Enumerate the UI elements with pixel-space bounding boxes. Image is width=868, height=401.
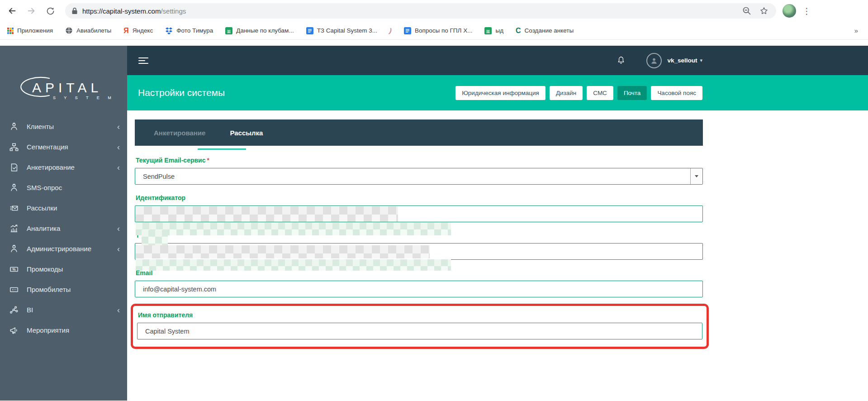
sheets-icon bbox=[225, 27, 232, 34]
megaphone-icon bbox=[9, 325, 19, 335]
promocode-icon: % bbox=[9, 264, 19, 274]
sidebar-item-bi[interactable]: BI ‹ bbox=[0, 300, 127, 320]
bookmark-dannye-po-klubam[interactable]: Данные по клубам... bbox=[225, 27, 294, 34]
address-bar[interactable]: https://capital-system.com/settings bbox=[65, 3, 776, 19]
page-title: Настройки системы bbox=[138, 87, 225, 98]
c-logo-icon: C bbox=[516, 27, 521, 35]
sidebar-item-label: Клиенты bbox=[27, 123, 54, 130]
globe-icon bbox=[65, 27, 73, 34]
apps-grid-icon bbox=[7, 28, 14, 34]
email-value: info@capital-system.com bbox=[143, 286, 216, 293]
design-button[interactable]: Дизайн bbox=[550, 86, 583, 100]
tab-mailing[interactable]: Рассылка bbox=[225, 129, 267, 137]
sidebar-item-surveys[interactable]: Анкетирование ‹ bbox=[0, 157, 127, 177]
red-annotation-box: Имя отправителя Capital System bbox=[131, 304, 709, 349]
identifier-input[interactable] bbox=[135, 205, 703, 222]
sidebar-item-mailings[interactable]: Рассылки bbox=[0, 198, 127, 218]
mail-settings-tabbar: Анкетирование Рассылка bbox=[135, 119, 703, 146]
bookmark-label: Данные по клубам... bbox=[236, 27, 294, 34]
person-icon bbox=[9, 183, 19, 193]
bookmark-label: Фото Тимура bbox=[176, 27, 213, 34]
chevron-left-icon: ‹ bbox=[117, 245, 120, 253]
sidebar-item-administration[interactable]: Администрирование ‹ bbox=[0, 239, 127, 259]
sidebar-menu: Клиенты ‹ Сегментация ‹ Анкетирование ‹ … bbox=[0, 116, 127, 340]
identifier-label: Идентификатор bbox=[136, 194, 703, 201]
url-text: https://capital-system.com/settings bbox=[82, 7, 186, 15]
mailing-icon bbox=[9, 203, 19, 213]
zoom-out-icon[interactable] bbox=[741, 5, 753, 17]
bookmark-label: Приложения bbox=[17, 27, 53, 34]
sidebar-item-analytics[interactable]: Аналитика ‹ bbox=[0, 218, 127, 239]
sidebar-item-clients[interactable]: Клиенты ‹ bbox=[0, 116, 127, 137]
redacted-value-blur bbox=[136, 206, 398, 222]
bookmark-tz-capital-system[interactable]: ТЗ Capital System 3... bbox=[306, 27, 377, 34]
browser-toolbar: https://capital-system.com/settings ⋮ bbox=[0, 0, 868, 22]
browser-menu-icon[interactable]: ⋮ bbox=[802, 6, 811, 16]
chevron-left-icon: ‹ bbox=[117, 143, 120, 151]
back-icon[interactable] bbox=[6, 5, 18, 17]
token-input[interactable] bbox=[135, 243, 703, 260]
required-asterisk: * bbox=[207, 157, 209, 164]
bookmark-label: ТЗ Capital System 3... bbox=[317, 27, 377, 34]
sidebar-item-label: Администрирование bbox=[27, 245, 91, 253]
tab-surveys[interactable]: Анкетирование bbox=[149, 129, 210, 137]
sidebar-item-events[interactable]: Мероприятия bbox=[0, 320, 127, 340]
svg-text:S Y S T E M: S Y S T E M bbox=[53, 95, 114, 100]
bookmark-label: ыд bbox=[495, 27, 503, 34]
redacted-value-blur bbox=[136, 259, 451, 271]
bookmarks-overflow-chevron[interactable]: » bbox=[854, 27, 858, 34]
bookmark-favicon-only[interactable]: ) bbox=[389, 27, 392, 34]
nodes-icon bbox=[9, 305, 19, 315]
header-button-group: Юридическая информация Дизайн СМС Почта … bbox=[455, 86, 702, 100]
sidebar-item-sms-survey[interactable]: SMS-опрос bbox=[0, 177, 127, 198]
segmentation-icon bbox=[9, 142, 19, 152]
curl-favicon: ) bbox=[388, 27, 393, 35]
browser-profile-avatar[interactable] bbox=[783, 4, 796, 18]
person-icon bbox=[9, 122, 19, 132]
forward-icon[interactable] bbox=[25, 5, 37, 17]
bookmark-sozdanie-ankety[interactable]: C Создание анкеты bbox=[516, 27, 574, 35]
ticket-icon bbox=[9, 285, 19, 295]
svg-text:APITAL: APITAL bbox=[32, 80, 102, 95]
svg-text:%: % bbox=[12, 267, 16, 272]
sidebar-item-segmentation[interactable]: Сегментация ‹ bbox=[0, 137, 127, 157]
bookmark-label: Вопросы по ГПЛ Х... bbox=[415, 27, 473, 34]
bookmark-star-icon[interactable] bbox=[758, 5, 770, 17]
person-icon bbox=[9, 244, 19, 254]
hamburger-menu-icon[interactable] bbox=[138, 57, 148, 64]
docs-icon bbox=[404, 27, 411, 34]
chevron-left-icon: ‹ bbox=[117, 306, 120, 314]
capital-logo[interactable]: APITAL S Y S T E M bbox=[14, 73, 114, 101]
bookmark-yd[interactable]: ыд bbox=[484, 27, 503, 34]
bookmark-aviabilety[interactable]: Авиабилеты bbox=[65, 27, 111, 34]
bookmark-foto-timura[interactable]: Фото Тимура bbox=[165, 27, 213, 34]
mail-button[interactable]: Почта bbox=[617, 86, 647, 100]
sidebar-item-label: Промобилеты bbox=[27, 286, 71, 293]
yandex-icon: Я bbox=[123, 27, 129, 35]
sidebar-item-label: Аналитика bbox=[27, 224, 60, 232]
sms-button[interactable]: СМС bbox=[587, 86, 613, 100]
sidebar-item-label: Мероприятия bbox=[27, 326, 69, 334]
username-menu[interactable]: vk_sellout bbox=[667, 57, 697, 64]
app-topbar: vk_sellout ▾ bbox=[127, 46, 868, 75]
legal-info-button[interactable]: Юридическая информация bbox=[455, 86, 545, 100]
dropdown-arrow-icon[interactable] bbox=[690, 168, 702, 184]
bookmark-voprosy-po-gpl[interactable]: Вопросы по ГПЛ Х... bbox=[404, 27, 473, 34]
timezone-button[interactable]: Часовой пояс bbox=[651, 86, 702, 100]
sender-name-value: Capital System bbox=[145, 328, 190, 335]
user-avatar[interactable] bbox=[646, 53, 662, 68]
active-tab-underline bbox=[198, 148, 246, 150]
sidebar-item-promotickets[interactable]: Промобилеты bbox=[0, 279, 127, 300]
reload-icon[interactable] bbox=[44, 5, 56, 17]
sidebar-item-promocodes[interactable]: % Промокоды bbox=[0, 259, 127, 279]
bookmark-apps[interactable]: Приложения bbox=[7, 27, 53, 34]
chevron-down-icon[interactable]: ▾ bbox=[700, 57, 702, 63]
email-input[interactable]: info@capital-system.com bbox=[135, 281, 703, 297]
sender-name-input[interactable]: Capital System bbox=[137, 323, 702, 339]
sidebar-item-label: BI bbox=[27, 306, 33, 314]
page-header: Настройки системы Юридическая информация… bbox=[127, 75, 868, 110]
dropbox-icon bbox=[165, 27, 173, 34]
notifications-bell-icon[interactable] bbox=[617, 56, 626, 66]
email-service-select[interactable]: SendPulse bbox=[135, 168, 703, 185]
bookmark-yandex[interactable]: Я Яндекс bbox=[123, 27, 153, 35]
